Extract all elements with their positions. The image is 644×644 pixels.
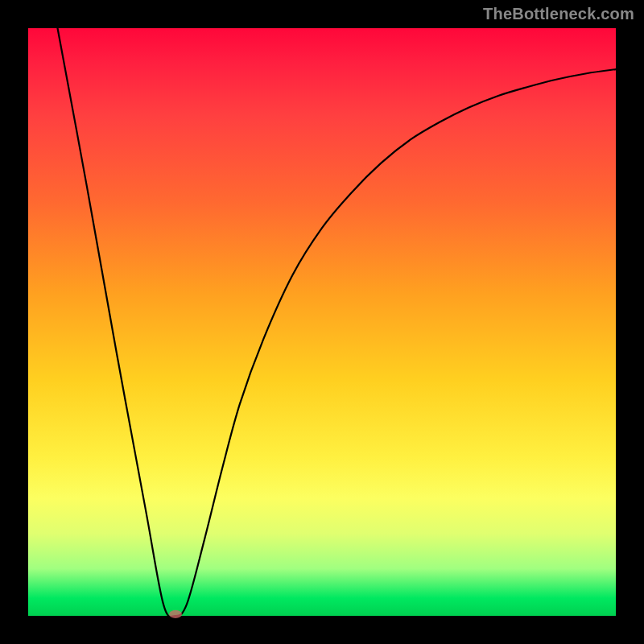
watermark-text: TheBottleneck.com [483,5,634,23]
plot-area [28,28,616,616]
minimum-marker [169,610,182,618]
bottleneck-curve [28,28,616,616]
chart-frame: TheBottleneck.com [0,0,644,644]
